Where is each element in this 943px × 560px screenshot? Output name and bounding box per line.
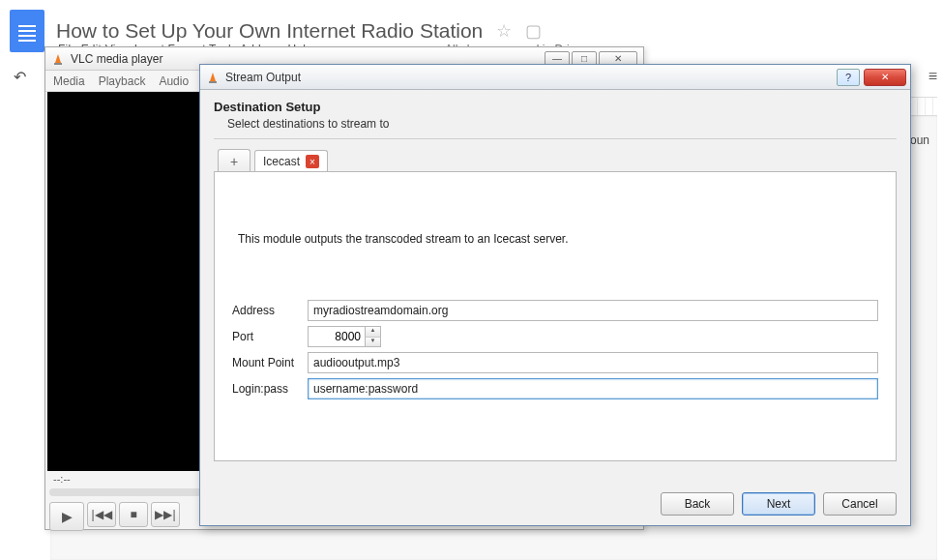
port-label: Port bbox=[232, 330, 308, 343]
login-input[interactable] bbox=[308, 378, 878, 399]
address-input[interactable] bbox=[308, 300, 878, 321]
star-icon[interactable]: ☆ bbox=[496, 20, 512, 42]
back-button[interactable]: Back bbox=[661, 492, 734, 516]
spin-down-icon[interactable]: ▼ bbox=[366, 338, 380, 347]
mount-label: Mount Point bbox=[232, 356, 308, 369]
next-button[interactable]: ▶▶| bbox=[151, 502, 180, 527]
stop-button[interactable]: ■ bbox=[119, 502, 148, 527]
mount-input[interactable] bbox=[308, 352, 878, 373]
so-heading: Destination Setup bbox=[214, 100, 897, 114]
svg-marker-2 bbox=[210, 73, 216, 81]
port-spinner[interactable]: ▲▼ bbox=[366, 326, 381, 347]
so-subheading: Select destinations to stream to bbox=[227, 117, 897, 131]
next-button[interactable]: Next bbox=[742, 492, 815, 516]
port-input[interactable] bbox=[308, 326, 366, 347]
add-destination-tab[interactable]: + bbox=[218, 149, 250, 172]
so-close-button[interactable]: ✕ bbox=[864, 69, 906, 86]
svg-marker-0 bbox=[55, 54, 61, 63]
module-description: This module outputs the transcoded strea… bbox=[238, 232, 878, 246]
vlc-menu-audio[interactable]: Audio bbox=[159, 74, 189, 88]
tab-icecast[interactable]: Icecast × bbox=[254, 150, 328, 173]
gdocs-doc-title[interactable]: How to Set Up Your Own Internet Radio St… bbox=[56, 19, 483, 43]
play-button[interactable]: ▶ bbox=[49, 502, 84, 531]
help-button[interactable]: ? bbox=[837, 69, 860, 86]
vlc-cone-icon bbox=[206, 71, 220, 84]
so-title: Stream Output bbox=[225, 71, 837, 84]
tab-close-icon[interactable]: × bbox=[306, 155, 319, 168]
tabstrip: + Icecast × bbox=[218, 149, 897, 172]
spin-up-icon[interactable]: ▲ bbox=[366, 327, 380, 338]
gdocs-icon bbox=[10, 10, 44, 52]
stream-output-dialog: Stream Output ? ✕ Destination Setup Sele… bbox=[199, 64, 911, 526]
address-label: Address bbox=[232, 304, 308, 317]
tab-label: Icecast bbox=[263, 155, 300, 168]
undo-icon[interactable]: ↶ bbox=[14, 68, 26, 86]
vlc-menu-media[interactable]: Media bbox=[53, 74, 85, 88]
prev-button[interactable]: |◀◀ bbox=[87, 502, 116, 527]
cancel-button[interactable]: Cancel bbox=[823, 492, 897, 516]
hamburger-icon[interactable]: ≡ bbox=[928, 68, 937, 85]
divider bbox=[214, 138, 897, 139]
folder-icon[interactable]: ▢ bbox=[525, 20, 542, 42]
tab-panel: This module outputs the transcoded strea… bbox=[214, 171, 897, 461]
svg-rect-3 bbox=[209, 81, 217, 83]
login-label: Login:pass bbox=[232, 382, 308, 396]
svg-rect-1 bbox=[54, 63, 62, 65]
vlc-menu-playback[interactable]: Playback bbox=[99, 74, 146, 88]
so-footer: Back Next Cancel bbox=[661, 492, 897, 516]
so-titlebar[interactable]: Stream Output ? ✕ bbox=[200, 65, 910, 90]
vlc-cone-icon bbox=[51, 52, 65, 66]
